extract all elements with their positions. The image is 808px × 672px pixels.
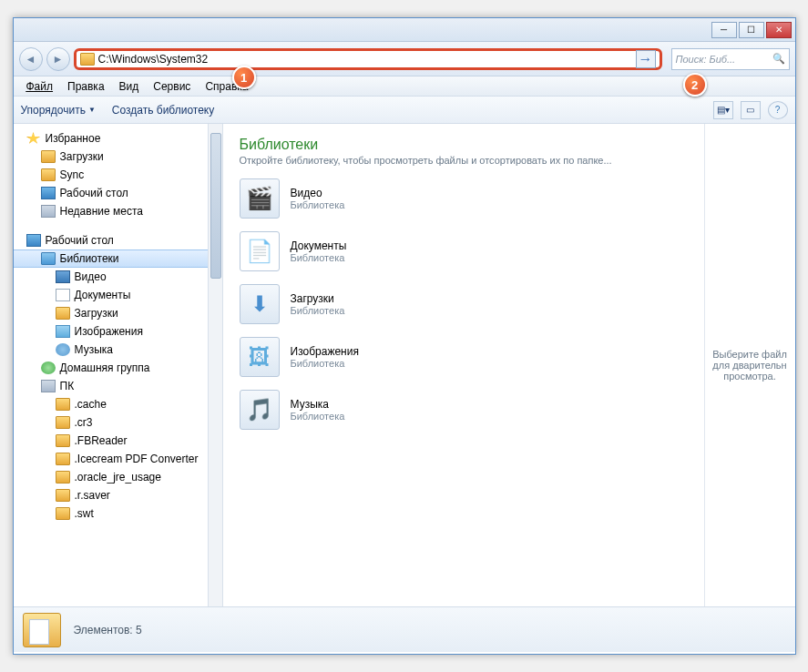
scrollbar[interactable] — [208, 124, 222, 606]
minimize-button[interactable]: ─ — [711, 22, 737, 38]
status-bar: Элементов: 5 — [14, 606, 795, 652]
create-library-button[interactable]: Создать библиотеку — [112, 104, 214, 117]
sidebar-pc-item[interactable]: .Icecream PDF Converter — [14, 450, 222, 468]
sidebar-pc-item[interactable]: .FBReader — [14, 432, 222, 450]
preview-pane-button[interactable]: ▭ — [741, 101, 761, 119]
sidebar-documents[interactable]: Документы — [14, 286, 222, 304]
status-folder-icon — [23, 613, 61, 647]
sidebar-images[interactable]: Изображения — [14, 322, 222, 341]
content-subhead: Откройте библиотеку, чтобы просмотреть ф… — [240, 155, 688, 166]
sidebar-pc-item[interactable]: .r.saver — [14, 486, 222, 504]
folder-icon — [56, 453, 70, 465]
homegroup-icon — [41, 361, 56, 374]
menu-view[interactable]: Вид — [112, 78, 147, 95]
content-pane: Библиотеки Откройте библиотеку, чтобы пр… — [223, 124, 704, 606]
pc-icon — [41, 380, 56, 392]
desktop-icon — [26, 234, 41, 247]
video-icon: 🎬 — [240, 178, 280, 219]
desktop-icon — [41, 187, 56, 199]
document-icon — [56, 289, 70, 301]
sidebar-recent[interactable]: Недавние места — [14, 202, 222, 220]
library-music[interactable]: 🎵 МузыкаБиблиотека — [240, 390, 688, 430]
search-box[interactable]: Поиск: Биб... 🔍 — [671, 48, 790, 70]
sidebar-homegroup[interactable]: Домашняя группа — [14, 359, 222, 377]
folder-icon — [56, 489, 70, 502]
folder-icon — [80, 53, 95, 66]
folder-icon — [41, 168, 56, 181]
menu-service[interactable]: Сервис — [146, 78, 198, 95]
downloads-icon: ⬇ — [240, 284, 280, 324]
folder-icon — [41, 150, 56, 163]
menu-file[interactable]: Файл — [19, 78, 61, 95]
address-input[interactable] — [98, 53, 634, 66]
places-icon — [41, 205, 56, 218]
sidebar-downloads[interactable]: Загрузки — [14, 148, 222, 166]
sidebar-pc-item[interactable]: .cr3 — [14, 413, 222, 432]
forward-button[interactable]: ► — [46, 47, 70, 71]
folder-icon — [56, 507, 70, 520]
sidebar-sync[interactable]: Sync — [14, 166, 222, 184]
sidebar: Избранное Загрузки Sync Рабочий стол Нед… — [14, 124, 223, 606]
sidebar-pc-item[interactable]: .swt — [14, 504, 222, 523]
sidebar-favorites[interactable]: Избранное — [14, 129, 222, 148]
search-placeholder: Поиск: Биб... — [676, 54, 736, 65]
folder-icon — [56, 398, 70, 411]
explorer-window: ─ ☐ ✕ ◄ ► → Поиск: Биб... 🔍 1 2 Файл Пра… — [13, 17, 796, 655]
go-button[interactable]: → — [636, 50, 656, 68]
library-documents[interactable]: 📄 ДокументыБиблиотека — [240, 231, 688, 271]
main-area: Библиотеки Откройте библиотеку, чтобы пр… — [223, 124, 795, 606]
sidebar-libraries[interactable]: Библиотеки — [14, 249, 222, 268]
library-downloads[interactable]: ⬇ ЗагрузкиБиблиотека — [240, 284, 688, 324]
organize-button[interactable]: Упорядочить▼ — [21, 104, 96, 117]
library-video[interactable]: 🎬 ВидеоБиблиотека — [240, 178, 688, 219]
sidebar-downloads-lib[interactable]: Загрузки — [14, 304, 222, 322]
music-icon: 🎵 — [240, 390, 280, 430]
titlebar: ─ ☐ ✕ — [14, 18, 795, 42]
toolbar: Упорядочить▼ Создать библиотеку ▤▾ ▭ ? — [14, 97, 795, 124]
image-icon — [56, 325, 70, 338]
sidebar-desktop-root[interactable]: Рабочий стол — [14, 231, 222, 249]
sidebar-pc-item[interactable]: .oracle_jre_usage — [14, 468, 222, 486]
back-button[interactable]: ◄ — [19, 47, 43, 71]
sidebar-music[interactable]: Музыка — [14, 341, 222, 359]
maximize-button[interactable]: ☐ — [739, 22, 764, 38]
music-icon — [56, 343, 70, 356]
callout-1: 1 — [232, 66, 256, 89]
content-heading: Библиотеки — [240, 137, 688, 153]
callout-2: 2 — [683, 73, 707, 97]
folder-icon — [56, 434, 70, 447]
library-images[interactable]: 🖼 ИзображенияБиблиотека — [240, 337, 688, 377]
sidebar-desktop[interactable]: Рабочий стол — [14, 184, 222, 202]
preview-pane: Выберите файл для дварительн просмотра. — [704, 124, 795, 606]
document-icon: 📄 — [240, 231, 280, 271]
star-icon — [26, 132, 41, 145]
sidebar-pc-item[interactable]: .cache — [14, 395, 222, 413]
close-button[interactable]: ✕ — [766, 22, 792, 38]
sidebar-video[interactable]: Видео — [14, 268, 222, 286]
status-text: Элементов: 5 — [74, 624, 142, 636]
folder-icon — [56, 416, 70, 429]
menu-bar: Файл Правка Вид Сервис Справка — [14, 76, 795, 97]
address-bar: → — [74, 48, 662, 70]
image-icon: 🖼 — [240, 337, 280, 377]
library-icon — [41, 252, 56, 265]
help-button[interactable]: ? — [768, 101, 788, 119]
folder-icon — [56, 471, 70, 484]
menu-edit[interactable]: Правка — [60, 78, 112, 95]
folder-icon — [56, 307, 70, 320]
search-icon: 🔍 — [772, 53, 785, 65]
view-mode-button[interactable]: ▤▾ — [713, 101, 733, 119]
sidebar-pc[interactable]: ПК — [14, 377, 222, 395]
video-icon — [56, 270, 70, 283]
scrollbar-thumb[interactable] — [210, 133, 221, 279]
body: Избранное Загрузки Sync Рабочий стол Нед… — [14, 124, 795, 606]
nav-bar: ◄ ► → Поиск: Биб... 🔍 — [14, 42, 795, 76]
